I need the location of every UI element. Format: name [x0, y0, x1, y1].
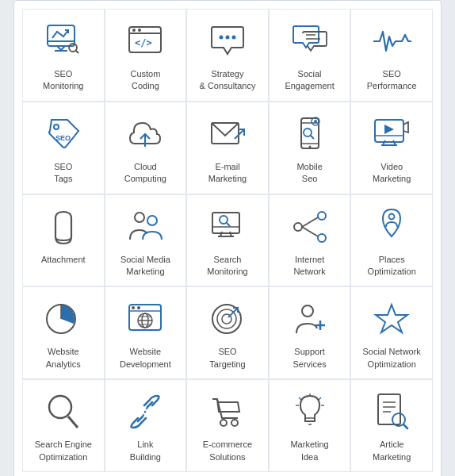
- cell-places-optimization[interactable]: PlacesOptimization: [350, 194, 433, 287]
- svg-line-73: [143, 407, 147, 416]
- cell-social-network-optimization[interactable]: Social NetworkOptimization: [350, 286, 433, 379]
- cell-ecommerce-solutions[interactable]: E-commerceSolutions: [186, 379, 269, 472]
- website-analytics-label: WebsiteAnalytics: [46, 346, 81, 370]
- article-marketing-icon: [371, 391, 412, 432]
- attachment-label: Attachment: [41, 254, 86, 266]
- video-marketing-label: VideoMarketing: [373, 161, 411, 186]
- cell-attachment[interactable]: Attachment: [22, 194, 105, 287]
- support-services-label: SupportServices: [293, 346, 327, 370]
- seo-targeting-label: SEOTargeting: [209, 346, 245, 370]
- cell-strategy-consultancy[interactable]: Strategy& Consultancy: [186, 9, 269, 102]
- svg-point-14: [231, 36, 235, 40]
- svg-point-9: [132, 29, 136, 32]
- search-engine-optimization-icon: [43, 391, 84, 432]
- svg-rect-0: [48, 25, 75, 46]
- svg-point-55: [132, 306, 135, 309]
- svg-point-75: [231, 420, 238, 426]
- ecommerce-solutions-label: E-commerceSolutions: [203, 439, 252, 463]
- cell-website-analytics[interactable]: WebsiteAnalytics: [22, 286, 105, 379]
- svg-text:SEO: SEO: [55, 134, 71, 142]
- svg-point-43: [220, 216, 228, 224]
- mobile-seo-label: MobileSeo: [296, 161, 322, 186]
- cloud-computing-icon: [124, 113, 166, 155]
- mobile-seo-icon: [289, 113, 331, 155]
- search-engine-optimization-label: Search EngineOptimization: [35, 439, 92, 463]
- svg-line-49: [302, 227, 318, 236]
- cell-website-development[interactable]: WebsiteDevelopment: [105, 286, 187, 379]
- cell-cloud-computing[interactable]: CloudComputing: [105, 102, 187, 194]
- marketing-idea-icon: [289, 391, 331, 432]
- cell-social-media-marketing[interactable]: Social MediaMarketing: [105, 194, 187, 287]
- website-development-icon: [124, 298, 166, 340]
- cell-internet-network[interactable]: InternetNetwork: [269, 194, 351, 287]
- svg-point-47: [318, 234, 326, 242]
- strategy-consultancy-icon: [207, 21, 248, 62]
- cloud-computing-label: CloudComputing: [124, 161, 166, 186]
- custom-coding-icon: </>: [124, 21, 166, 62]
- cell-seo-tags[interactable]: SEO SEOTags: [22, 102, 105, 194]
- svg-point-27: [314, 120, 317, 123]
- ecommerce-solutions-icon: [207, 391, 248, 432]
- internet-network-label: InternetNetwork: [293, 254, 325, 278]
- strategy-consultancy-label: Strategy& Consultancy: [200, 68, 256, 93]
- seo-monitoring-label: SEOMonitoring: [43, 68, 83, 93]
- website-analytics-icon: [43, 298, 84, 340]
- svg-point-17: [54, 125, 59, 129]
- seo-performance-icon: [371, 21, 412, 62]
- svg-point-67: [302, 305, 313, 317]
- internet-network-icon: [289, 206, 331, 248]
- social-network-optimization-label: Social NetworkOptimization: [363, 346, 421, 370]
- svg-point-56: [137, 306, 140, 309]
- svg-rect-84: [378, 394, 400, 424]
- svg-line-6: [75, 51, 78, 54]
- email-marketing-icon: [207, 113, 248, 155]
- search-monitoring-icon: [207, 206, 248, 248]
- cell-link-building[interactable]: LinkBuilding: [105, 379, 187, 472]
- cell-support-services[interactable]: SupportServices: [269, 286, 351, 379]
- places-optimization-label: PlacesOptimization: [368, 254, 416, 278]
- svg-point-13: [225, 36, 229, 40]
- svg-marker-35: [384, 125, 394, 134]
- svg-point-28: [304, 129, 312, 136]
- attachment-icon: [43, 206, 84, 248]
- svg-point-50: [389, 213, 395, 219]
- custom-coding-label: CustomCoding: [130, 68, 160, 93]
- seo-monitoring-icon: [43, 21, 84, 62]
- link-building-icon: [124, 391, 166, 432]
- seo-performance-label: SEOPerformance: [367, 68, 417, 93]
- website-development-label: WebsiteDevelopment: [120, 346, 171, 370]
- support-services-icon: [289, 298, 331, 340]
- svg-point-37: [147, 216, 157, 225]
- cell-article-marketing[interactable]: ArticleMarketing: [350, 379, 433, 472]
- icon-grid: SEOMonitoring </> CustomCoding: [22, 9, 433, 472]
- cell-seo-targeting[interactable]: SEOTargeting: [186, 286, 269, 379]
- social-network-optimization-icon: [371, 298, 412, 340]
- seo-targeting-icon: [207, 298, 248, 340]
- search-monitoring-label: SearchMonitoring: [207, 254, 247, 278]
- cell-search-engine-optimization[interactable]: Search EngineOptimization: [22, 379, 105, 472]
- svg-point-46: [318, 212, 326, 220]
- svg-point-12: [219, 36, 223, 40]
- svg-point-74: [220, 420, 227, 426]
- marketing-idea-label: MarketingIdea: [290, 439, 328, 463]
- cell-email-marketing[interactable]: E-mailMarketing: [186, 102, 269, 194]
- svg-text:</>: </>: [135, 37, 152, 48]
- svg-line-44: [227, 223, 230, 226]
- cell-seo-performance[interactable]: SEOPerformance: [350, 9, 433, 102]
- cell-video-marketing[interactable]: VideoMarketing: [350, 102, 433, 194]
- cell-search-monitoring[interactable]: SearchMonitoring: [186, 194, 269, 287]
- svg-point-36: [135, 213, 144, 222]
- svg-point-10: [138, 29, 141, 32]
- cell-marketing-idea[interactable]: MarketingIdea: [269, 379, 351, 472]
- social-engagement-icon: [289, 21, 331, 62]
- video-marketing-icon: [371, 113, 412, 155]
- cell-seo-monitoring[interactable]: SEOMonitoring: [22, 9, 105, 102]
- cell-social-engagement[interactable]: SocialEngagement: [269, 9, 351, 102]
- seo-tags-icon: SEO: [43, 113, 84, 155]
- cell-mobile-seo[interactable]: MobileSeo: [269, 102, 351, 194]
- cell-custom-coding[interactable]: </> CustomCoding: [105, 9, 187, 102]
- social-engagement-label: SocialEngagement: [285, 68, 334, 93]
- svg-line-29: [311, 136, 314, 139]
- svg-point-25: [308, 145, 311, 148]
- social-media-marketing-icon: [124, 206, 166, 248]
